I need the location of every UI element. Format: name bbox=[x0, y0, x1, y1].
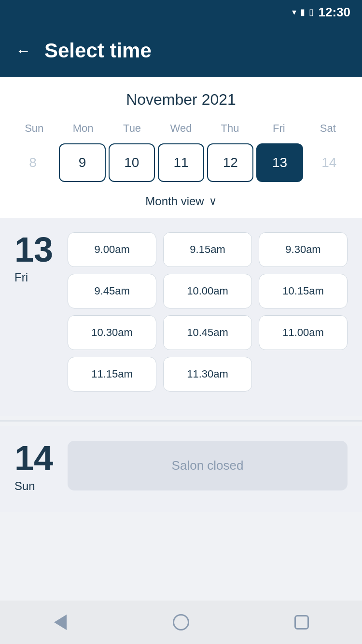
time-slot-1015am[interactable]: 10.15am bbox=[259, 274, 348, 308]
calendar-days: 8 9 10 11 12 13 14 bbox=[10, 143, 352, 186]
calendar-section: November 2021 Sun Mon Tue Wed Thu Fri Sa… bbox=[0, 77, 362, 218]
time-slot-1000am[interactable]: 10.00am bbox=[163, 274, 252, 308]
status-time: 12:30 bbox=[319, 5, 351, 20]
section-divider bbox=[0, 420, 362, 421]
time-slot-930am[interactable]: 9.30am bbox=[259, 232, 348, 267]
nav-bar bbox=[0, 601, 362, 644]
chevron-down-icon: ∨ bbox=[209, 195, 217, 208]
day-8[interactable]: 8 bbox=[10, 143, 56, 182]
day13-header: 13 Fri 9.00am 9.15am 9.30am 9.45am 10.00… bbox=[14, 232, 348, 392]
weekday-tue: Tue bbox=[108, 118, 156, 139]
day-9[interactable]: 9 bbox=[59, 143, 105, 182]
nav-recents-button[interactable] bbox=[282, 603, 321, 642]
day13-section: 13 Fri 9.00am 9.15am 9.30am 9.45am 10.00… bbox=[0, 218, 362, 416]
weekday-fri: Fri bbox=[254, 118, 303, 139]
nav-back-button[interactable] bbox=[41, 603, 80, 642]
day-10[interactable]: 10 bbox=[109, 143, 155, 182]
nav-recents-icon bbox=[294, 615, 309, 630]
weekday-headers: Sun Mon Tue Wed Thu Fri Sat bbox=[10, 118, 352, 139]
day14-name: Sun bbox=[14, 479, 53, 493]
status-bar: ▾ ▮ ▯ 12:30 bbox=[0, 0, 362, 24]
weekday-wed: Wed bbox=[156, 118, 205, 139]
time-slot-1030am[interactable]: 10.30am bbox=[68, 315, 156, 350]
time-slot-1130am[interactable]: 11.30am bbox=[163, 357, 252, 392]
day14-section: 14 Sun Salon closed bbox=[0, 426, 362, 512]
time-slot-900am[interactable]: 9.00am bbox=[68, 232, 156, 267]
time-slot-1045am[interactable]: 10.45am bbox=[163, 315, 252, 350]
time-slot-1100am[interactable]: 11.00am bbox=[259, 315, 348, 350]
time-slot-945am[interactable]: 9.45am bbox=[68, 274, 156, 308]
nav-home-button[interactable] bbox=[162, 603, 200, 642]
day14-number: 14 bbox=[14, 441, 53, 476]
day-13[interactable]: 13 bbox=[256, 143, 303, 182]
day-11[interactable]: 11 bbox=[158, 143, 204, 182]
salon-closed-label: Salon closed bbox=[68, 441, 348, 490]
day-12[interactable]: 12 bbox=[207, 143, 253, 182]
day-14[interactable]: 14 bbox=[306, 143, 352, 182]
weekday-thu: Thu bbox=[206, 118, 254, 139]
back-button[interactable]: ← bbox=[15, 43, 31, 58]
month-view-toggle[interactable]: Month view ∨ bbox=[10, 186, 352, 218]
status-icons: ▾ ▮ ▯ bbox=[292, 7, 314, 17]
month-view-label: Month view bbox=[145, 195, 204, 208]
wifi-icon: ▾ bbox=[292, 7, 296, 17]
time-slot-915am[interactable]: 9.15am bbox=[163, 232, 252, 267]
day14-content: Salon closed bbox=[68, 441, 348, 490]
day13-name: Fri bbox=[14, 271, 53, 284]
day13-time-grid: 9.00am 9.15am 9.30am 9.45am 10.00am 10.1… bbox=[68, 232, 348, 392]
month-year-label: November 2021 bbox=[10, 91, 352, 109]
weekday-sun: Sun bbox=[10, 118, 58, 139]
battery-icon: ▯ bbox=[309, 7, 314, 17]
weekday-sat: Sat bbox=[304, 118, 352, 139]
nav-home-icon bbox=[173, 614, 189, 630]
signal-icon: ▮ bbox=[300, 7, 305, 17]
page-title: Select time bbox=[44, 39, 152, 62]
header: ← Select time bbox=[0, 24, 362, 77]
time-slot-1115am[interactable]: 11.15am bbox=[68, 357, 156, 392]
nav-back-icon bbox=[54, 615, 67, 630]
weekday-mon: Mon bbox=[58, 118, 107, 139]
back-icon: ← bbox=[15, 42, 31, 59]
day13-number: 13 bbox=[14, 232, 53, 267]
